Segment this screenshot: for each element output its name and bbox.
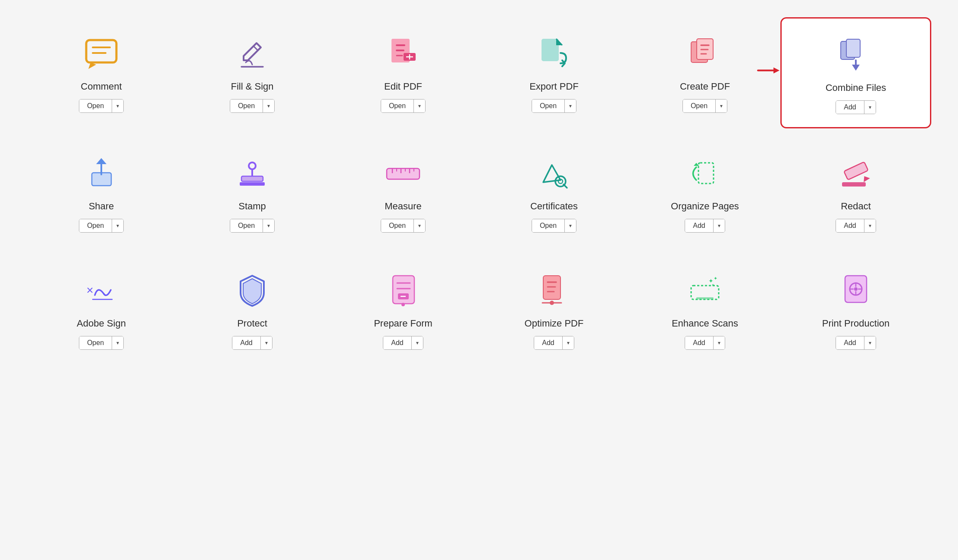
stamp-dropdown-btn[interactable]: ▾	[263, 219, 274, 232]
create-pdf-open-btn[interactable]: Open	[683, 100, 716, 112]
share-icon	[82, 154, 121, 193]
enhance-scans-add-btn[interactable]: Add	[685, 336, 713, 349]
prepare-form-label: Prepare Form	[374, 318, 432, 329]
fill-sign-btn-group: Open ▾	[230, 99, 275, 113]
stamp-btn-group: Open ▾	[230, 219, 275, 233]
share-open-btn[interactable]: Open	[79, 219, 112, 232]
protect-label: Protect	[237, 318, 267, 329]
enhance-scans-dropdown-btn[interactable]: ▾	[714, 336, 725, 349]
enhance-scans-btn-group: Add ▾	[685, 336, 725, 350]
certificates-open-btn[interactable]: Open	[532, 219, 565, 232]
tool-measure: Measure Open ▾	[328, 137, 479, 246]
fill-sign-label: Fill & Sign	[231, 81, 273, 92]
edit-pdf-dropdown-btn[interactable]: ▾	[414, 100, 425, 112]
svg-rect-63	[696, 297, 714, 299]
optimize-pdf-btn-group: Add ▾	[534, 336, 574, 350]
fill-sign-open-btn[interactable]: Open	[230, 100, 263, 112]
redact-label: Redact	[841, 201, 871, 212]
export-pdf-dropdown-btn[interactable]: ▾	[565, 100, 576, 112]
certificates-icon	[535, 154, 573, 193]
organize-pages-btn-group: Add ▾	[685, 219, 725, 233]
combine-files-dropdown-btn[interactable]: ▾	[864, 101, 876, 114]
organize-pages-label: Organize Pages	[671, 201, 739, 212]
export-pdf-label: Export PDF	[529, 81, 579, 92]
certificates-dropdown-btn[interactable]: ▾	[565, 219, 576, 232]
redact-add-btn[interactable]: Add	[836, 219, 864, 232]
comment-dropdown-btn[interactable]: ▾	[112, 100, 123, 112]
tool-redact: Redact Add ▾	[780, 137, 931, 246]
svg-rect-31	[241, 176, 263, 181]
prepare-form-add-btn[interactable]: Add	[383, 336, 411, 349]
svg-rect-0	[86, 40, 116, 62]
share-dropdown-btn[interactable]: ▾	[112, 219, 123, 232]
svg-marker-44	[694, 163, 699, 166]
edit-pdf-open-btn[interactable]: Open	[381, 100, 414, 112]
print-production-dropdown-btn[interactable]: ▾	[864, 336, 876, 349]
optimize-pdf-icon	[535, 271, 573, 310]
fill-sign-dropdown-btn[interactable]: ▾	[263, 100, 274, 112]
svg-rect-43	[698, 163, 714, 184]
adobe-sign-open-btn[interactable]: Open	[79, 336, 112, 349]
svg-marker-28	[96, 158, 106, 164]
prepare-form-dropdown-btn[interactable]: ▾	[412, 336, 423, 349]
certificates-label: Certificates	[530, 201, 578, 212]
tool-print-production: Print Production Add ▾	[780, 254, 931, 363]
protect-icon	[233, 271, 272, 310]
share-btn-group: Open ▾	[79, 219, 124, 233]
edit-pdf-label: Edit PDF	[384, 81, 422, 92]
certificates-btn-group: Open ▾	[532, 219, 576, 233]
export-pdf-btn-group: Open ▾	[532, 99, 576, 113]
measure-label: Measure	[385, 201, 422, 212]
redact-dropdown-btn[interactable]: ▾	[864, 219, 876, 232]
measure-btn-group: Open ▾	[381, 219, 426, 233]
export-pdf-open-btn[interactable]: Open	[532, 100, 565, 112]
combine-files-add-btn[interactable]: Add	[836, 101, 864, 114]
comment-open-btn[interactable]: Open	[79, 100, 112, 112]
create-pdf-btn-group: Open ▾	[682, 99, 727, 113]
edit-pdf-btn-group: Open ▾	[381, 99, 426, 113]
tool-share: Share Open ▾	[26, 137, 177, 246]
print-production-add-btn[interactable]: Add	[836, 336, 864, 349]
tool-adobe-sign: × Adobe Sign Open ▾	[26, 254, 177, 363]
share-label: Share	[89, 201, 114, 212]
print-production-label: Print Production	[822, 318, 890, 329]
svg-text:✦: ✦	[711, 283, 715, 287]
combine-files-btn-group: Add ▾	[836, 100, 876, 114]
redact-btn-group: Add ▾	[836, 219, 876, 233]
optimize-pdf-dropdown-btn[interactable]: ▾	[563, 336, 574, 349]
combine-files-label: Combine Files	[826, 82, 886, 93]
tool-protect: Protect Add ▾	[177, 254, 328, 363]
organize-pages-add-btn[interactable]: Add	[685, 219, 713, 232]
svg-rect-47	[842, 182, 866, 187]
tool-edit-pdf: Edit PDF Open ▾	[328, 17, 479, 128]
protect-add-btn[interactable]: Add	[232, 336, 260, 349]
export-pdf-icon	[535, 34, 573, 73]
svg-point-29	[249, 162, 256, 169]
tool-prepare-form: Prepare Form Add ▾	[328, 254, 479, 363]
svg-rect-50	[393, 276, 414, 304]
tool-export-pdf: Export PDF Open ▾	[479, 17, 629, 128]
tool-fill-sign: Fill & Sign Open ▾	[177, 17, 328, 128]
adobe-sign-dropdown-btn[interactable]: ▾	[112, 336, 123, 349]
optimize-pdf-label: Optimize PDF	[525, 318, 584, 329]
stamp-icon	[233, 154, 272, 193]
tool-organize-pages: Organize Pages Add ▾	[629, 137, 780, 246]
svg-rect-33	[387, 168, 420, 179]
protect-dropdown-btn[interactable]: ▾	[261, 336, 272, 349]
prepare-form-icon	[384, 271, 423, 310]
organize-pages-dropdown-btn[interactable]: ▾	[714, 219, 725, 232]
redact-icon	[836, 154, 875, 193]
measure-dropdown-btn[interactable]: ▾	[414, 219, 425, 232]
adobe-sign-btn-group: Open ▾	[79, 336, 124, 350]
adobe-sign-icon: ×	[82, 271, 121, 310]
print-production-icon	[836, 271, 875, 310]
fill-sign-icon	[233, 34, 272, 73]
tool-stamp: Stamp Open ▾	[177, 137, 328, 246]
svg-marker-46	[861, 174, 870, 182]
print-production-btn-group: Add ▾	[836, 336, 876, 350]
create-pdf-dropdown-btn[interactable]: ▾	[716, 100, 727, 112]
combine-files-arrow	[758, 65, 954, 78]
stamp-open-btn[interactable]: Open	[230, 219, 263, 232]
optimize-pdf-add-btn[interactable]: Add	[534, 336, 562, 349]
measure-open-btn[interactable]: Open	[381, 219, 414, 232]
